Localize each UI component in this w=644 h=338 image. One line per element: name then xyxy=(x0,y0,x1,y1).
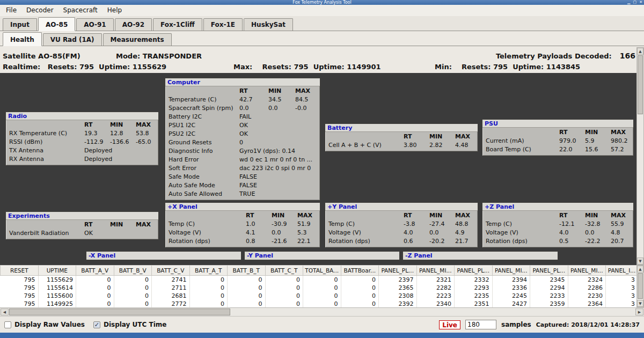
col-max: MAX xyxy=(610,128,633,137)
minus-x-panel: -X Panel xyxy=(86,251,241,260)
tab-fox1cliff[interactable]: Fox-1Cliff xyxy=(153,18,202,31)
telemetry-display-area: Computer RT MIN MAX Temperature (C)42.73… xyxy=(0,73,638,265)
computer-panel-title: Computer xyxy=(165,78,320,86)
panel-column-headers: RT MIN MAX xyxy=(165,87,320,95)
table-column-header[interactable]: PANEL_PL... xyxy=(379,266,417,276)
col-min: MIN xyxy=(428,211,454,220)
psu-rows: Current (mA)979.05.9980.2 Board Temp (C)… xyxy=(482,137,633,154)
maximize-icon[interactable]: ▢ xyxy=(633,0,637,5)
scroll-up-icon[interactable]: ▲ xyxy=(637,266,643,273)
menu-bar: File Decoder Spacecraft Help xyxy=(0,5,644,16)
menu-spacecraft[interactable]: Spacecraft xyxy=(58,5,103,16)
panel-column-headers: RT MIN MAX xyxy=(6,221,158,229)
tab-input[interactable]: Input xyxy=(3,18,37,31)
table-column-header[interactable]: BATT_C_V xyxy=(152,266,190,276)
table-row[interactable]: 7951155629002741000002397232123322394234… xyxy=(1,276,638,284)
window-title: Fox Telemetry Analysis Tool xyxy=(0,0,644,5)
telemetry-row: Temp (C)1.0-30.951.9 xyxy=(165,220,320,229)
tab-huskysat[interactable]: HuskySat xyxy=(244,18,293,31)
scroll-down-icon[interactable]: ▼ xyxy=(637,258,643,264)
table-column-header[interactable]: PANEL_I... xyxy=(606,266,638,276)
telemetry-row: Rotation (dps)0.6-20.221.7 xyxy=(325,237,478,246)
panel-column-headers: RT MIN MAX xyxy=(325,133,478,141)
tab-vu-rad[interactable]: VU Rad (1A) xyxy=(43,33,102,46)
col-max: MAX xyxy=(135,221,158,229)
max-stats: Max: Resets: 795 Uptime: 1149901 xyxy=(233,63,381,71)
psu-panel: PSU RT MIN MAX Current (mA)979.05.9980.2… xyxy=(482,119,634,156)
table-column-header[interactable]: PANEL_PL... xyxy=(530,266,568,276)
battery-panel: Battery RT MIN MAX Cell A + B + C (V)3.8… xyxy=(325,123,478,152)
col-rt: RT xyxy=(402,211,428,220)
tab-health[interactable]: Health xyxy=(3,32,42,46)
horizontal-scrollbar-thumb[interactable] xyxy=(9,308,230,315)
col-min: MIN xyxy=(584,211,610,220)
col-max: MAX xyxy=(294,87,320,95)
telemetry-row: Cell A + B + C (V)3.802.824.48 xyxy=(325,141,478,150)
window-titlebar[interactable]: Fox Telemetry Analysis Tool ▁ ▢ ✕ xyxy=(0,0,644,5)
menu-file[interactable]: File xyxy=(1,5,21,16)
table-row[interactable]: 7951155614002711000002365228222932336229… xyxy=(1,284,638,292)
plus-x-panel: +X Panel RT MIN MAX Temp (C)1.0-30.951.9… xyxy=(165,202,320,248)
table-column-header[interactable]: BATT_A_V xyxy=(76,266,114,276)
table-column-header[interactable]: BATTBoar... xyxy=(341,266,379,276)
min-stats: Min: Resets: 795 Uptime: 1143845 xyxy=(435,63,580,71)
tab-ao85[interactable]: AO-85 xyxy=(38,17,75,31)
table-row[interactable]: 7951155600002681000002308222322352245223… xyxy=(1,292,638,300)
col-max: MAX xyxy=(454,133,478,141)
payloads-decoded-label: Telemetry Payloads Decoded: xyxy=(496,52,612,60)
scroll-left-icon[interactable]: ◀ xyxy=(1,308,9,315)
table-column-header[interactable]: RESET xyxy=(1,266,39,276)
telemetry-row: PSU1 I2COK xyxy=(165,121,320,130)
table-column-header[interactable]: PANEL_MI... xyxy=(492,266,530,276)
display-raw-values-checkbox[interactable]: Display Raw Values xyxy=(4,321,85,328)
computer-rows: Temperature (C)42.734.584.5 Spacecraft S… xyxy=(165,95,320,199)
scroll-right-icon[interactable]: ▶ xyxy=(635,308,643,315)
telemetry-row: Voltage (V)4.00.04.9 xyxy=(325,229,478,237)
close-icon[interactable]: ✕ xyxy=(639,0,642,5)
plus-x-panel-title: +X Panel xyxy=(165,203,320,211)
col-rt: RT xyxy=(558,211,584,220)
tab-ao92[interactable]: AO-92 xyxy=(115,18,152,31)
display-utc-time-checkbox[interactable]: ✓ Display UTC Time xyxy=(93,321,167,328)
table-column-header[interactable]: TOTAL_BA... xyxy=(303,266,341,276)
table-column-header[interactable]: BATT_C_T xyxy=(265,266,303,276)
table-column-header[interactable]: BATT_B_T xyxy=(228,266,266,276)
status-bar: Display Raw Values ✓ Display UTC Time Li… xyxy=(0,316,644,333)
telemetry-row: Current (mA)979.05.9980.2 xyxy=(482,137,633,145)
checkbox-unchecked-icon xyxy=(4,321,11,328)
payloads-decoded-value: 166 xyxy=(620,52,635,60)
window-bottom-border xyxy=(0,333,644,338)
telemetry-table: RESETUPTIMEBATT_A_VBATT_B_VBATT_C_VBATT_… xyxy=(0,265,638,307)
main-vertical-scrollbar[interactable]: ▲ ▼ xyxy=(636,47,644,265)
table-column-header[interactable]: BATT_B_V xyxy=(114,266,152,276)
scroll-down-icon[interactable]: ▼ xyxy=(637,300,643,307)
panel-column-headers: RT MIN MAX xyxy=(6,121,158,129)
menu-help[interactable]: Help xyxy=(103,5,127,16)
panel-column-headers: RT MIN MAX xyxy=(325,211,478,220)
table-column-header[interactable]: UPTIME xyxy=(38,266,76,276)
telemetry-row: Temp (C)-3.8-27.448.8 xyxy=(325,220,478,229)
minimize-icon[interactable]: ▁ xyxy=(627,0,630,5)
telemetry-row: Safe ModeFALSE xyxy=(165,173,320,181)
menu-decoder[interactable]: Decoder xyxy=(21,5,58,16)
tab-measurements[interactable]: Measurements xyxy=(103,33,172,46)
samples-input[interactable] xyxy=(465,320,496,329)
table-column-header[interactable]: PANEL_PL... xyxy=(455,266,493,276)
table-column-header[interactable]: PANEL_MI... xyxy=(416,266,455,276)
vertical-scrollbar-thumb[interactable] xyxy=(638,55,643,114)
spacecraft-tab-bar: Input AO-85 AO-91 AO-92 Fox-1Cliff Fox-1… xyxy=(0,16,644,31)
live-indicator[interactable]: Live xyxy=(439,320,460,329)
table-column-header[interactable]: BATT_A_T xyxy=(189,266,228,276)
plus-z-panel: +Z Panel RT MIN MAX Temp (C)-12.1-32.855… xyxy=(482,202,634,248)
window-controls: ▁ ▢ ✕ xyxy=(627,0,642,5)
view-tab-bar: Health VU Rad (1A) Measurements xyxy=(0,31,644,46)
table-scrollbar-thumb[interactable] xyxy=(638,273,643,299)
table-vertical-scrollbar[interactable]: ▲ ▼ xyxy=(636,265,644,307)
tab-ao91[interactable]: AO-91 xyxy=(76,18,113,31)
scroll-up-icon[interactable]: ▲ xyxy=(637,48,643,55)
table-column-header[interactable]: PANEL_MI... xyxy=(568,266,606,276)
tab-fox1e[interactable]: Fox-1E xyxy=(203,18,243,31)
table-row[interactable]: 7951149925002772000002392234023512427235… xyxy=(1,300,638,308)
telemetry-row: Ground Resets0 xyxy=(165,138,320,147)
horizontal-scrollbar[interactable]: ◀ ▶ xyxy=(0,307,644,316)
